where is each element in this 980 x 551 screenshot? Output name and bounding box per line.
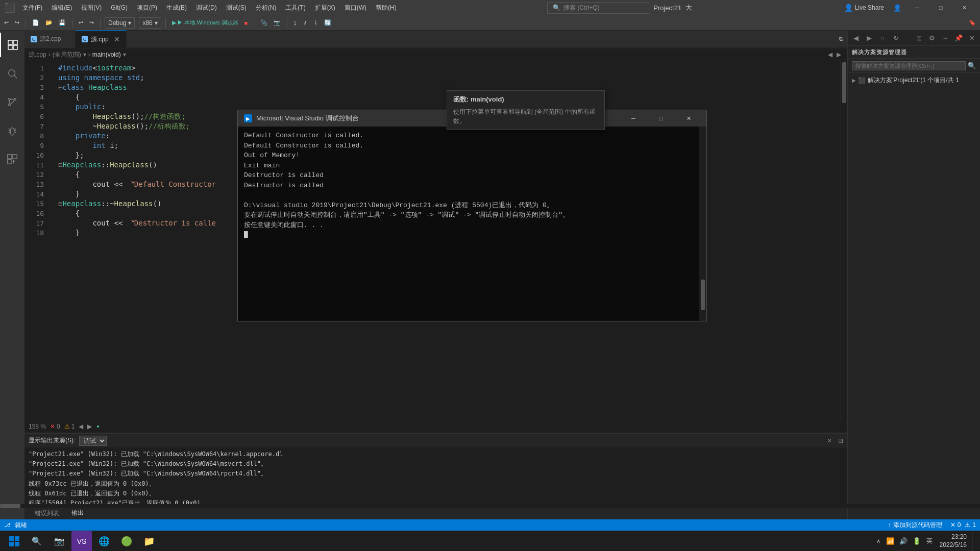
menu-build[interactable]: 生成(B) — [162, 0, 191, 15]
add-source-control-btn[interactable]: ↑ 添加到源代码管理 — [888, 521, 942, 530]
activity-explorer[interactable] — [0, 33, 24, 57]
taskbar-camera[interactable]: 📷 — [49, 531, 69, 552]
minimize-button[interactable]: ─ — [905, 0, 929, 15]
tab-yuan2[interactable]: C 源2.cpp — [24, 30, 76, 48]
debug-config-dropdown[interactable]: Debug ▾ — [105, 17, 135, 29]
right-panel-scrollbar[interactable] — [0, 504, 980, 508]
tree-item-solution[interactable]: ▶ ⬛ 解决方案'Project21'(1 个项目/共 1 — [850, 75, 978, 86]
toolbar-step-in[interactable]: ⤸ — [301, 18, 309, 27]
tray-battery-icon[interactable]: 🔋 — [911, 537, 922, 545]
menu-file[interactable]: 文件(F) — [18, 0, 46, 15]
panel-close-btn[interactable]: ✕ — [966, 32, 978, 44]
tab-error-list[interactable]: 错误列表 — [29, 507, 65, 520]
menu-debug[interactable]: 调试(D) — [192, 0, 221, 15]
output-source-select[interactable]: 调试 — [79, 436, 107, 446]
live-share-button[interactable]: 👤 Live Share — [839, 4, 889, 12]
panel-settings-btn[interactable]: ⚙ — [926, 32, 938, 44]
panel-forward-btn[interactable]: ▶ — [863, 32, 875, 44]
panel-collapse-btn[interactable]: ↔ — [939, 32, 951, 44]
run-button[interactable]: ▶ ▶ 本地 Windows 调试器 — [170, 18, 240, 28]
console-minimize-btn[interactable]: ─ — [622, 110, 645, 127]
tab-yuan[interactable]: C 源.cpp ✕ — [76, 30, 127, 48]
console-line-5: Destructor is called — [244, 170, 700, 181]
console-scrollbar[interactable] — [699, 127, 706, 321]
toolbar-open[interactable]: 📂 — [43, 18, 55, 27]
toolbar-bookmark[interactable]: 🔖 — [967, 18, 978, 27]
tray-volume-icon[interactable]: 🔊 — [898, 537, 909, 545]
activity-extensions[interactable] — [0, 147, 24, 171]
toolbar-forward[interactable]: ↪ — [13, 18, 21, 27]
toolbar-undo[interactable]: ↩ — [77, 18, 85, 27]
menu-tools[interactable]: 工具(T) — [281, 0, 309, 15]
scroll-left-btn[interactable]: ◀ — [826, 51, 835, 58]
menu-test[interactable]: 测试(S) — [222, 0, 251, 15]
toolbar-back[interactable]: ↩ — [2, 18, 11, 27]
activity-search[interactable] — [0, 61, 24, 86]
toolbar-sep1 — [26, 18, 26, 28]
menu-edit[interactable]: 编辑(E) — [47, 0, 76, 15]
show-desktop-btn[interactable] — [972, 531, 976, 552]
menu-project[interactable]: 项目(P) — [133, 0, 161, 15]
toolbar-stop[interactable]: ■ — [242, 19, 250, 27]
toolbar-new[interactable]: 📄 — [30, 18, 41, 27]
taskbar-search[interactable]: 🔍 — [27, 531, 47, 552]
nav-back[interactable]: ◀ — [79, 423, 83, 430]
menu-help[interactable]: 帮助(H) — [372, 0, 401, 15]
solution-search-input[interactable] — [852, 61, 966, 70]
panel-home-btn[interactable]: ⌂ — [876, 32, 889, 44]
scroll-right-btn[interactable]: ▶ — [835, 51, 843, 58]
right-panel: ◀ ▶ ⌂ ↻ ⧖ ⚙ ↔ 📌 ✕ 解决方案资源管理器 🔍 ▶ ⬛ 解决方案'P… — [847, 31, 980, 519]
panel-refresh-btn[interactable]: ↻ — [890, 32, 902, 44]
panel-back-btn[interactable]: ◀ — [850, 32, 862, 44]
toolbar-screenshot[interactable]: 📷 — [272, 18, 283, 27]
toolbar-step-out[interactable]: ⤹ — [311, 18, 320, 27]
start-button[interactable] — [4, 531, 24, 552]
output-line-2: "Project21.exe" (Win32): 已加载 "C:\Windows… — [29, 459, 843, 469]
solution-search: 🔍 — [848, 59, 980, 73]
toolbar-redo[interactable]: ↪ — [87, 18, 96, 27]
toolbar-step-over[interactable]: ⤵ — [291, 19, 299, 27]
toolbar-save-all[interactable]: 💾 — [57, 18, 68, 27]
platform-dropdown[interactable]: x86 ▾ — [139, 17, 161, 29]
activity-git[interactable] — [0, 90, 24, 114]
nav-forward[interactable]: ▶ — [87, 423, 92, 430]
right-panel-header: 解决方案资源管理器 — [848, 46, 980, 59]
tray-expand-btn[interactable]: ∧ — [874, 538, 883, 544]
output-clear-btn[interactable]: ✕ — [827, 437, 832, 444]
panel-pin-btn[interactable]: 📌 — [952, 32, 965, 44]
menu-view[interactable]: 视图(V) — [77, 0, 106, 15]
output-toggle-btn[interactable]: ⊟ — [838, 437, 843, 444]
user-icon[interactable]: 👤 — [889, 4, 905, 12]
menu-window[interactable]: 窗口(W) — [340, 0, 371, 15]
function-selector[interactable]: main(void) ▾ — [92, 51, 126, 58]
editor-split-icon[interactable]: ⧉ — [837, 35, 845, 43]
menu-git[interactable]: Git(G) — [107, 0, 132, 15]
taskbar-chrome[interactable]: 🟢 — [116, 531, 137, 552]
tab-close-yuan[interactable]: ✕ — [114, 35, 120, 43]
svg-rect-3 — [13, 45, 17, 49]
global-search-box[interactable]: 🔍 搜索 (Ctrl+Q) — [547, 2, 649, 14]
scope-selector[interactable]: (全局范围) ▾ — [53, 51, 86, 59]
activity-debug[interactable] — [0, 118, 24, 143]
editor-mini-scrollbar[interactable] — [840, 61, 847, 420]
right-panel-toolbar: ◀ ▶ ⌂ ↻ ⧖ ⚙ ↔ 📌 ✕ — [848, 31, 980, 46]
taskbar-edge[interactable]: 🌐 — [94, 531, 114, 552]
toolbar-attach[interactable]: 📎 — [258, 18, 270, 27]
console-maximize-btn[interactable]: □ — [649, 110, 673, 127]
console-line-empty — [244, 190, 700, 201]
taskbar-vs[interactable]: VS — [71, 531, 92, 552]
close-button[interactable]: ✕ — [952, 0, 976, 15]
ime-indicator[interactable]: 英 — [924, 537, 935, 545]
tab-output[interactable]: 输出 — [65, 507, 90, 520]
tray-network-icon[interactable]: 📶 — [885, 537, 896, 545]
menu-analyze[interactable]: 分析(N) — [252, 0, 281, 15]
chevron-down-icon: ▾ — [128, 19, 131, 27]
toolbar-restart[interactable]: 🔄 — [322, 18, 333, 27]
code-line-2: using namespace std; — [58, 73, 840, 83]
menu-extensions[interactable]: 扩展(X) — [311, 0, 339, 15]
function-label: main(void) — [92, 51, 121, 58]
taskbar-explorer[interactable]: 📁 — [139, 531, 159, 552]
maximize-button[interactable]: □ — [929, 0, 952, 15]
console-close-btn[interactable]: ✕ — [677, 110, 700, 127]
panel-filter-btn[interactable]: ⧖ — [913, 32, 925, 44]
